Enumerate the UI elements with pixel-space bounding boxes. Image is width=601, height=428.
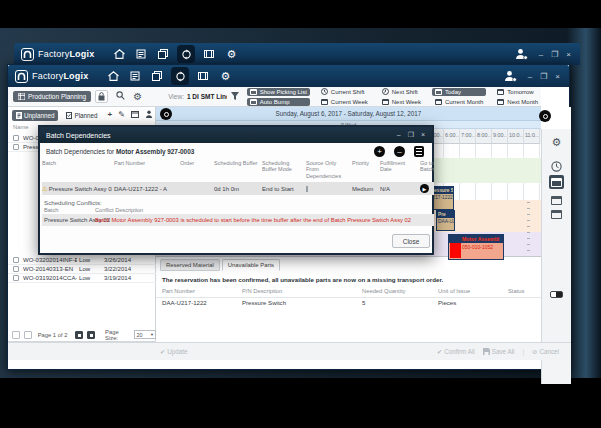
minimize-button[interactable]: –: [528, 72, 533, 81]
strip-month-view-icon[interactable]: [549, 207, 564, 221]
hour-cell[interactable]: 6:00...: [444, 129, 460, 144]
home-icon[interactable]: [105, 68, 121, 84]
row-checkbox[interactable]: [13, 144, 19, 150]
lock-button[interactable]: [95, 90, 108, 103]
current-month-button[interactable]: Current Month: [432, 98, 486, 106]
last-page-button[interactable]: [87, 331, 95, 339]
hour-cell[interactable]: 10:0...: [508, 129, 524, 144]
restore-button[interactable]: ❐: [540, 72, 548, 81]
conflict-table-row[interactable]: Pressure Switch Assy 02 Batch Motor Asse…: [42, 214, 434, 226]
zoom-out-icon[interactable]: –: [394, 146, 405, 157]
gantt-block-pressure-switch-2[interactable]: Pre DAA-U217: [436, 210, 455, 231]
prev-page-button[interactable]: [24, 331, 32, 339]
filter-funnel-icon[interactable]: [231, 92, 239, 102]
settings-gear-icon[interactable]: ⚙: [223, 46, 239, 62]
hour-cell[interactable]: 7:00...: [460, 129, 476, 144]
production-planning-button[interactable]: Production Planning: [13, 91, 91, 102]
hour-cell[interactable]: 8:00...: [476, 129, 492, 144]
current-shift-button[interactable]: Current Shift: [318, 87, 371, 96]
next-page-button[interactable]: [75, 331, 83, 339]
person-assign-icon[interactable]: [145, 110, 153, 120]
work-order-row[interactable]: WO-20140313-ENLow3/22/2014: [8, 265, 156, 274]
apps-icon[interactable]: [201, 46, 217, 62]
update-button[interactable]: ✔ Update: [160, 348, 188, 355]
tab-reserved-material[interactable]: Reserved Material: [160, 259, 220, 271]
strip-clock-icon[interactable]: [549, 159, 564, 173]
go-to-batch-button[interactable]: ▶: [420, 184, 429, 193]
close-button[interactable]: ×: [555, 72, 561, 81]
search-icon[interactable]: [116, 91, 125, 102]
cancel-button[interactable]: ⊘ Cancel: [532, 348, 559, 355]
tab-unavailable-parts[interactable]: Unavailable Parts: [222, 259, 280, 271]
dialog-titlebar[interactable]: Batch Dependencies – ❐ ×: [40, 127, 432, 143]
apps-icon[interactable]: [195, 68, 211, 84]
gantt-scroll-ticks: [527, 202, 531, 254]
strip-day-view-icon[interactable]: [549, 175, 564, 189]
documents-icon[interactable]: [149, 68, 165, 84]
show-picking-list-button[interactable]: Show Picking List: [247, 88, 310, 96]
home-icon[interactable]: [111, 46, 127, 62]
planning-sync-icon[interactable]: [177, 45, 195, 63]
gantt-block-motor-assembly[interactable]: Motor Assembl 050-010-1052: [448, 234, 504, 260]
user-icon[interactable]: [503, 68, 519, 84]
strip-gear-icon[interactable]: ⚙: [549, 135, 564, 149]
schedule-icon[interactable]: [133, 46, 149, 62]
parts-table-header: Part Number P/N Description Needed Quant…: [156, 288, 541, 298]
confirm-all-button[interactable]: ✔ Confirm All: [437, 348, 475, 355]
dependency-cell: 0d 1h 0m: [214, 186, 260, 192]
hour-cell[interactable]: 9:00...: [492, 129, 508, 144]
work-order-row[interactable]: WO-03192014CCA-ENLow3/19/2014: [8, 274, 156, 283]
settings-gear-icon[interactable]: ⚙: [217, 68, 233, 84]
current-week-button[interactable]: Current Week: [318, 98, 371, 106]
today-button[interactable]: Today: [432, 88, 486, 96]
minimize-button[interactable]: –: [539, 50, 544, 59]
close-button[interactable]: ×: [566, 50, 572, 59]
timeline-scroll-right-button[interactable]: [539, 110, 551, 122]
material-panel: Reserved Material Unavailable Parts The …: [156, 256, 541, 342]
strip-toggle-icon[interactable]: [549, 287, 564, 301]
next-week-button[interactable]: Next Week: [379, 98, 424, 106]
schedule-icon[interactable]: [127, 68, 143, 84]
first-page-button[interactable]: [12, 331, 20, 339]
window-controls[interactable]: – ❐ ×: [528, 72, 561, 81]
window-controls[interactable]: – ❐ ×: [539, 50, 572, 59]
next-shift-button[interactable]: Next Shift: [379, 87, 424, 96]
dialog-close-button[interactable]: Close: [392, 234, 430, 248]
edit-pencil-icon[interactable]: ✎: [118, 111, 125, 119]
row-checkbox[interactable]: [13, 275, 19, 281]
auto-bump-button[interactable]: Auto Bump: [247, 98, 310, 106]
dependency-table-row[interactable]: ⚠Pressure Switch Assy 02DAA-U217-1222 - …: [42, 182, 434, 195]
app-title: FactoryLogix: [32, 71, 88, 81]
notes-icon[interactable]: [414, 146, 424, 157]
row-checkbox[interactable]: [13, 135, 19, 141]
toolbar-gear-icon[interactable]: ⚙: [133, 92, 142, 102]
planning-sync-icon[interactable]: [171, 67, 189, 85]
page-size-select[interactable]: 20▼: [134, 330, 156, 339]
dependency-cell[interactable]: [306, 186, 350, 192]
dialog-close-x-button[interactable]: ×: [421, 131, 426, 139]
timeline-scroll-left-button[interactable]: [160, 108, 172, 120]
row-checkbox[interactable]: [13, 266, 19, 272]
next-month-button[interactable]: Next Month: [494, 98, 541, 106]
restore-button[interactable]: ❐: [551, 50, 559, 59]
dialog-minimize-button[interactable]: –: [397, 131, 402, 139]
hour-cell[interactable]: 11:0...: [524, 129, 540, 144]
tomorrow-button[interactable]: Tomorrow: [494, 88, 541, 96]
parts-table-row[interactable]: DAA-U217-1222 Pressure Switch 5 Pieces: [156, 299, 541, 310]
tab-unplanned[interactable]: Unplanned: [12, 110, 58, 121]
row-checkbox[interactable]: [13, 257, 19, 263]
calendar-plan-icon[interactable]: [131, 110, 139, 120]
documents-icon[interactable]: [155, 46, 171, 62]
user-icon[interactable]: [514, 46, 530, 62]
dialog-window-controls[interactable]: – ❐ ×: [397, 131, 426, 139]
zoom-in-icon[interactable]: +: [374, 146, 385, 157]
add-icon[interactable]: +: [108, 111, 113, 119]
source-only-checkbox[interactable]: [306, 186, 308, 192]
tab-planned[interactable]: Planned: [62, 110, 101, 121]
dependency-cell[interactable]: ▶: [420, 184, 434, 193]
save-all-button[interactable]: Save All: [483, 348, 515, 355]
warning-icon: ⚠: [42, 185, 48, 192]
dialog-restore-button[interactable]: ❐: [408, 131, 415, 139]
work-order-row[interactable]: WO-03202014INF-ENLow3/26/2014: [8, 256, 156, 265]
strip-week-view-icon[interactable]: [549, 193, 564, 207]
